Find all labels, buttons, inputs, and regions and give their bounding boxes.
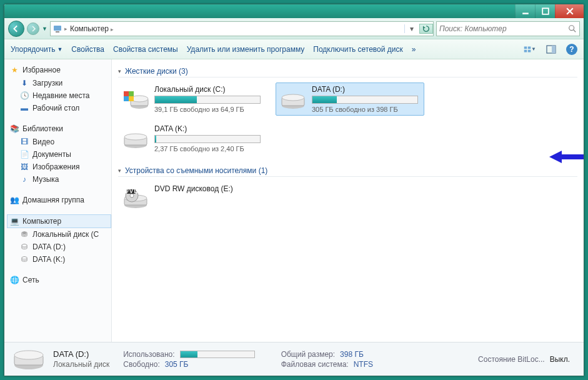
svg-rect-15: [124, 91, 129, 96]
forward-button[interactable]: [27, 22, 39, 35]
sidebar-data-k[interactable]: ⛁DATA (K:): [7, 253, 111, 266]
drive-item[interactable]: DATA (D:)305 ГБ свободно из 398 ГБ: [276, 82, 424, 116]
status-used-label: Использовано:: [123, 350, 174, 359]
drive-name: DVD RW дисковод (E:): [154, 184, 233, 193]
nav-row: ▼ ▸ Компьютер ▸ ▾: [4, 18, 584, 39]
svg-rect-3: [56, 31, 59, 32]
drive-icon: [279, 85, 307, 112]
sidebar-computer[interactable]: 💻Компьютер: [7, 214, 111, 228]
sidebar-data-d[interactable]: ⛁DATA (D:): [7, 241, 111, 253]
recent-icon: 🕓: [19, 91, 29, 101]
search-icon: [568, 24, 577, 33]
map-network-drive-button[interactable]: Подключить сетевой диск: [313, 45, 402, 54]
svg-point-24: [124, 134, 147, 140]
address-bar[interactable]: ▸ Компьютер ▸ ▾: [50, 21, 434, 36]
desktop-icon: ▬: [19, 103, 29, 113]
drive-free-text: 2,37 ГБ свободно из 2,40 ГБ: [154, 145, 261, 152]
collapse-icon: ▾: [118, 168, 121, 174]
breadcrumb-item[interactable]: Компьютер ▸: [67, 24, 404, 33]
sidebar-desktop[interactable]: ▬Рабочий стол: [7, 102, 111, 114]
status-total-label: Общий размер:: [281, 350, 335, 359]
image-icon: 🖼: [19, 162, 29, 172]
document-icon: 📄: [19, 149, 29, 159]
preview-pane-button[interactable]: [545, 43, 557, 56]
status-bar: DATA (D:) Локальный диск Использовано: С…: [4, 342, 584, 376]
group-removable[interactable]: ▾Устройства со съемными носителями (1): [118, 166, 577, 177]
drive-name: DATA (D:): [312, 85, 418, 94]
status-free-label: Свободно:: [123, 360, 160, 369]
drive-item[interactable]: DVDDVD RW дисковод (E:): [118, 182, 267, 214]
drive-name: DATA (K:): [154, 124, 261, 133]
group-hard-disks[interactable]: ▾Жесткие диски (3): [118, 67, 577, 78]
hdd-icon: ⛁: [19, 242, 29, 252]
download-icon: ⬇: [19, 78, 29, 88]
music-icon: ♪: [19, 174, 29, 184]
maximize-button[interactable]: [535, 4, 555, 18]
hdd-icon: ⛁: [19, 254, 29, 264]
titlebar: [4, 4, 584, 18]
drive-item[interactable]: DATA (K:)2,37 ГБ свободно из 2,40 ГБ: [118, 122, 267, 155]
sidebar-local-c[interactable]: ⛃Локальный диск (С: [7, 228, 111, 241]
svg-rect-1: [542, 8, 549, 14]
main-pane: ▾Жесткие диски (3) Локальный диск (C:)39…: [112, 59, 584, 342]
sidebar-images[interactable]: 🖼Изображения: [7, 161, 111, 173]
refresh-button[interactable]: [419, 24, 433, 34]
svg-point-4: [569, 25, 574, 30]
svg-rect-5: [524, 46, 527, 49]
back-button[interactable]: [8, 21, 24, 37]
status-bitlocker-label: Состояние BitLoc...: [478, 355, 545, 364]
sidebar: ★Избранное ⬇Загрузки 🕓Недавние места ▬Ра…: [4, 59, 112, 342]
toolbar-overflow[interactable]: »: [412, 45, 416, 54]
svg-point-34: [14, 351, 43, 359]
sidebar-downloads[interactable]: ⬇Загрузки: [7, 77, 111, 89]
annotation-arrow-icon: [549, 150, 584, 164]
drive-free-text: 305 ГБ свободно из 398 ГБ: [312, 106, 418, 113]
view-mode-button[interactable]: ▼: [524, 43, 536, 56]
svg-rect-10: [552, 46, 556, 53]
computer-icon: 💻: [9, 216, 19, 226]
sidebar-documents[interactable]: 📄Документы: [7, 148, 111, 161]
minimize-button[interactable]: [515, 4, 535, 18]
drive-item[interactable]: Локальный диск (C:)39,1 ГБ свободно из 6…: [118, 82, 267, 116]
network-icon: 🌐: [9, 275, 19, 285]
svg-rect-18: [129, 96, 134, 101]
sidebar-recent[interactable]: 🕓Недавние места: [7, 89, 111, 102]
uninstall-button[interactable]: Удалить или изменить программу: [187, 45, 305, 54]
close-button[interactable]: [555, 4, 584, 18]
svg-rect-17: [124, 96, 129, 101]
homegroup-icon: 👥: [9, 195, 19, 205]
svg-rect-16: [129, 91, 134, 96]
status-bitlocker-value: Выкл.: [550, 355, 570, 364]
sidebar-music[interactable]: ♪Музыка: [7, 173, 111, 186]
library-icon: 📚: [9, 124, 19, 134]
svg-rect-0: [522, 12, 529, 14]
dvd-icon: DVD: [122, 184, 149, 212]
star-icon: ★: [9, 65, 19, 75]
sidebar-video[interactable]: 🎞Видео: [7, 136, 111, 148]
help-button[interactable]: ?: [566, 44, 577, 55]
search-box[interactable]: [436, 21, 580, 36]
sidebar-favorites[interactable]: ★Избранное: [7, 63, 111, 77]
drive-name: Локальный диск (C:): [154, 85, 261, 94]
status-name: DATA (D:): [53, 349, 109, 359]
svg-rect-7: [524, 49, 527, 52]
body: ★Избранное ⬇Загрузки 🕓Недавние места ▬Ра…: [4, 59, 584, 342]
sidebar-libraries[interactable]: 📚Библиотеки: [7, 122, 111, 136]
svg-rect-2: [54, 26, 61, 31]
sidebar-network[interactable]: 🌐Сеть: [7, 273, 111, 287]
toolbar: Упорядочить ▼ Свойства Свойства системы …: [4, 39, 584, 59]
drive-free-text: 39,1 ГБ свободно из 64,9 ГБ: [154, 106, 261, 113]
status-free-value: 305 ГБ: [165, 360, 189, 369]
search-input[interactable]: [439, 24, 568, 33]
drive-usage-bar: [154, 135, 261, 143]
status-total-value: 398 ГБ: [340, 350, 364, 359]
status-type: Локальный диск: [53, 360, 109, 369]
history-dropdown-icon[interactable]: ▼: [42, 26, 47, 32]
address-dropdown-icon[interactable]: ▾: [404, 24, 418, 33]
svg-rect-8: [528, 49, 531, 52]
sidebar-homegroup[interactable]: 👥Домашняя группа: [7, 193, 111, 207]
properties-button[interactable]: Свойства: [71, 45, 104, 54]
organize-menu[interactable]: Упорядочить ▼: [11, 45, 62, 54]
system-properties-button[interactable]: Свойства системы: [113, 45, 178, 54]
svg-text:DVD: DVD: [123, 186, 139, 195]
